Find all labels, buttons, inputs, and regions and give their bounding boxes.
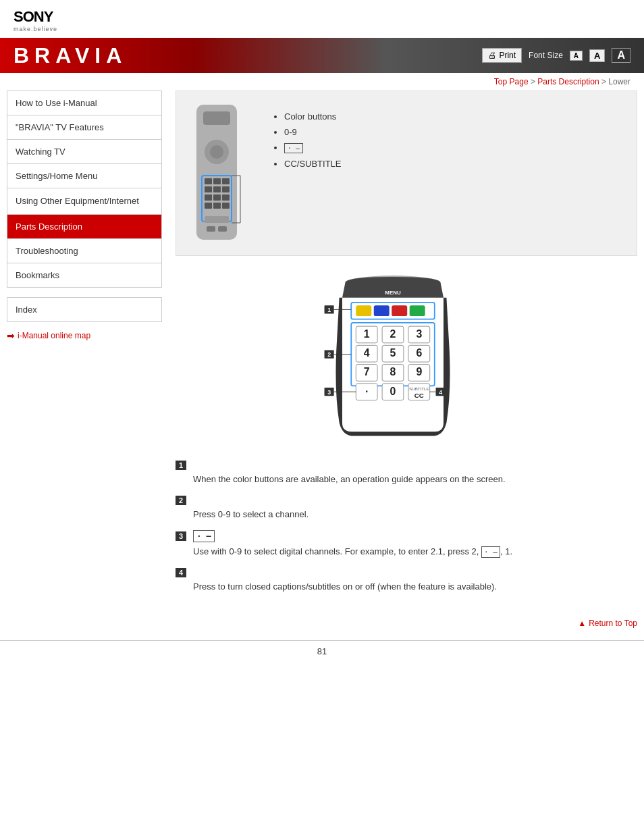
bullet-item-cc: CC/SUBTITLE [284,159,342,169]
bullet-item-09: 0-9 [284,127,342,137]
svg-rect-9 [213,186,221,192]
content-area: Color buttons 0-9 · — CC/SUBTITLE [169,90,637,633]
svg-rect-29 [410,305,425,316]
page-number: 81 [317,646,327,656]
sidebar-item-bookmarks[interactable]: Bookmarks [7,263,162,288]
svg-text:2: 2 [327,351,331,358]
svg-text:3: 3 [327,389,331,396]
annotation-2: 2 Press 0-9 to select a channel. [176,496,637,521]
svg-rect-6 [213,178,221,184]
sidebar-item-how-to-use[interactable]: How to Use i-Manual [7,90,162,115]
svg-text:CC: CC [414,392,424,399]
svg-rect-7 [222,178,230,184]
svg-text:1: 1 [364,328,370,340]
svg-text:·: · [365,386,368,397]
bullet-item-color: Color buttons [284,111,342,122]
svg-text:9: 9 [416,366,422,377]
svg-text:7: 7 [364,366,370,377]
svg-text:3: 3 [416,328,422,340]
svg-rect-1 [203,111,230,125]
annotation-2-text: Press 0-9 to select a channel. [193,508,637,521]
annotation-3-text: Use with 0-9 to select digital channels.… [193,545,637,558]
sidebar-item-troubleshooting[interactable]: Troubleshooting [7,238,162,263]
svg-rect-15 [213,203,221,209]
sidebar-item-settings-home[interactable]: Settings/Home Menu [7,163,162,188]
svg-rect-5 [205,178,212,184]
svg-text:4: 4 [439,389,442,396]
font-large-button[interactable]: A [612,48,630,63]
svg-text:2: 2 [390,328,396,340]
page-footer: 81 [0,640,644,662]
numbered-sections: 1 When the color buttons are available, … [176,461,637,616]
bravia-title: BRAVIA [14,43,127,68]
breadcrumb: Top Page > Parts Description > Lower [0,73,644,90]
svg-rect-11 [205,194,212,201]
print-button[interactable]: 🖨 Print [482,48,522,63]
arrow-right-icon: ➡ [7,330,15,341]
svg-rect-12 [213,194,221,201]
svg-rect-19 [205,216,229,223]
annotation-3: 3 · — Use with 0-9 to select digital cha… [176,530,637,558]
breadcrumb-top-link[interactable]: Top Page [494,77,529,86]
bullet-list: Color buttons 0-9 · — CC/SUBTITLE [271,105,342,242]
annotation-1: 1 When the color buttons are available, … [176,461,637,486]
sidebar-item-watching-tv[interactable]: Watching TV [7,139,162,163]
svg-text:MENU: MENU [385,290,401,296]
svg-rect-18 [218,226,227,232]
sidebar: How to Use i-Manual "BRAVIA" TV Features… [7,90,169,633]
remote-diagram-box: Color buttons 0-9 · — CC/SUBTITLE [176,90,637,256]
return-to-top-link[interactable]: ▲ Return to Top [176,619,637,628]
svg-text:8: 8 [390,366,396,377]
svg-rect-17 [207,226,215,232]
detailed-diagram-section: MENU 1 [176,269,637,447]
svg-text:VOL: VOL [386,417,400,424]
svg-text:SUBTITLE: SUBTITLE [409,386,429,391]
triangle-up-icon: ▲ [578,619,586,628]
font-size-label: Font Size [529,51,563,60]
svg-text:5: 5 [390,347,396,359]
svg-rect-26 [356,305,371,316]
svg-rect-8 [205,186,212,192]
annotation-4-text: Press to turn closed captions/subtitles … [193,580,637,594]
return-to-top[interactable]: ▲ Return to Top [176,616,637,633]
svg-text:6: 6 [416,347,422,359]
sidebar-item-using-other[interactable]: Using Other Equipment/Internet [7,188,162,214]
svg-rect-28 [392,305,407,316]
online-map-link[interactable]: ➡ i-Manual online map [7,330,162,341]
svg-text:0: 0 [390,386,396,397]
bravia-banner: BRAVIA 🖨 Print Font Size A A A [0,38,644,73]
sony-logo: SONY [14,8,630,26]
annotation-1-text: When the color buttons are available, an… [193,473,637,486]
svg-rect-16 [222,203,230,209]
breadcrumb-parts-link[interactable]: Parts Description [537,77,599,86]
annotation-4: 4 Press to turn closed captions/subtitle… [176,568,637,594]
sidebar-item-index[interactable]: Index [7,297,162,322]
svg-point-3 [210,145,223,159]
svg-rect-13 [222,194,230,201]
svg-text:4: 4 [364,347,370,359]
sidebar-item-bravia-features[interactable]: "BRAVIA" TV Features [7,115,162,139]
svg-rect-10 [222,186,230,192]
bullet-item-dash: · — [284,142,342,153]
breadcrumb-current: Lower [608,77,630,86]
print-icon: 🖨 [488,51,496,60]
font-small-button[interactable]: A [570,51,583,61]
sony-tagline: make.believe [14,26,630,32]
svg-rect-14 [205,203,212,209]
svg-rect-27 [374,305,390,316]
font-medium-button[interactable]: A [589,49,605,62]
remote-illustration [190,105,250,242]
svg-text:1: 1 [327,307,331,313]
sidebar-item-parts-desc[interactable]: Parts Description [7,214,162,238]
